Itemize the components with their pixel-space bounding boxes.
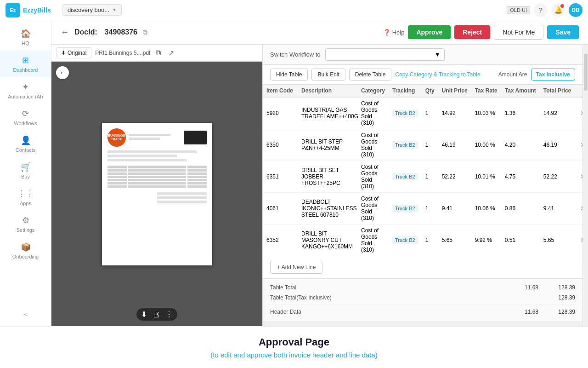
cell-description[interactable]: INDUSTRIAL GAS TRADEFLAME++400G [298, 97, 357, 129]
data-table-wrapper[interactable]: Item Code Description Category Tracking … [263, 85, 582, 322]
avatar-button[interactable]: DB [569, 3, 582, 17]
copy-category-button[interactable]: Copy Category & Tracking to Table [395, 71, 480, 78]
cell-description[interactable]: DRILL BIT MASONRY CUT KANGO++6X160MM [298, 224, 357, 256]
item-code-input[interactable] [266, 237, 294, 243]
old-ui-button[interactable]: OLD UI [507, 6, 530, 14]
pdf-download-button[interactable]: ⬇ [141, 310, 147, 319]
cell-category[interactable]: Cost of Goods Sold (310) [357, 97, 389, 129]
breadcrumb-tab[interactable]: discovery boo... ▼ [62, 4, 122, 16]
help-icon-button[interactable]: ? [534, 3, 548, 17]
item-code-input[interactable] [266, 142, 294, 148]
cell-qty[interactable]: 1 [422, 161, 438, 193]
delete-table-button[interactable]: Delete Table [349, 69, 392, 80]
delete-row-button[interactable]: ✕ [578, 236, 582, 245]
cell-unit-price[interactable]: 5.65 [438, 224, 471, 256]
cell-delete[interactable]: ✕ [575, 97, 582, 129]
cell-tax-rate[interactable]: 9.92 % [471, 224, 501, 256]
cell-total-price[interactable]: 52.22 [540, 161, 575, 193]
copy-icon[interactable]: ⧉ [143, 29, 147, 36]
original-button[interactable]: ⬇ Original [56, 47, 91, 58]
cell-item-code[interactable] [263, 224, 298, 256]
cell-tax-amount[interactable]: 0.51 [501, 224, 540, 256]
delete-row-button[interactable]: ✕ [578, 172, 582, 181]
cell-category[interactable]: Cost of Goods Sold (310) [357, 224, 389, 256]
cell-qty[interactable]: 1 [422, 224, 438, 256]
pdf-copy-button[interactable]: ⧉ [154, 48, 163, 58]
cell-item-code[interactable] [263, 97, 298, 129]
item-code-input[interactable] [266, 173, 294, 180]
cell-tracking[interactable]: Truck B2 [389, 193, 422, 224]
cell-total-price[interactable]: 46.19 [540, 129, 575, 161]
cell-tax-amount[interactable]: 1.36 [501, 97, 540, 129]
delete-row-button[interactable]: ✕ [578, 140, 582, 150]
sidebar-item-onboarding[interactable]: 📦 Onboarding [0, 237, 51, 264]
pdf-more-button[interactable]: ⋮ [165, 310, 173, 319]
back-button[interactable]: ← [61, 28, 69, 37]
cell-tax-rate[interactable]: 10.00 % [471, 129, 501, 161]
cell-tracking[interactable]: Truck B2 [389, 129, 422, 161]
sidebar-item-workflows[interactable]: ⟳ Workflows [0, 104, 51, 131]
reject-button[interactable]: Reject [454, 25, 490, 39]
tax-inclusive-button[interactable]: Tax Inclusive [531, 69, 575, 80]
sidebar-item-buy[interactable]: 🛒 Buy [0, 157, 51, 184]
cell-qty[interactable]: 1 [422, 193, 438, 224]
sidebar-collapse-button[interactable]: « [0, 307, 51, 322]
cell-tracking[interactable]: Truck B2 [389, 224, 422, 256]
cell-tax-rate[interactable]: 10.01 % [471, 161, 501, 193]
item-code-input[interactable] [266, 205, 294, 212]
delete-row-button[interactable]: ✕ [578, 109, 582, 118]
cell-category[interactable]: Cost of Goods Sold (310) [357, 193, 389, 224]
cell-unit-price[interactable]: 14.92 [438, 97, 471, 129]
notifications-button[interactable]: 🔔 [551, 3, 565, 17]
cell-delete[interactable]: ✕ [575, 161, 582, 193]
pdf-external-link-button[interactable]: ↗ [166, 48, 176, 58]
sidebar-item-automation[interactable]: ✦ Automation (AI) [0, 77, 51, 104]
cell-qty[interactable]: 1 [422, 129, 438, 161]
contacts-icon: 👤 [21, 135, 31, 145]
cell-description[interactable]: DRILL BIT SET JOBBER FROST++25PC [298, 161, 357, 193]
cell-category[interactable]: Cost of Goods Sold (310) [357, 161, 389, 193]
approve-button[interactable]: Approve [408, 25, 451, 39]
cell-tax-rate[interactable]: 10.06 % [471, 193, 501, 224]
cell-qty[interactable]: 1 [422, 97, 438, 129]
cell-unit-price[interactable]: 46.19 [438, 129, 471, 161]
bulk-edit-button[interactable]: Bulk Edit [311, 69, 345, 80]
sidebar-item-contacts[interactable]: 👤 Contacts [0, 131, 51, 157]
cell-unit-price[interactable]: 9.41 [438, 193, 471, 224]
cell-tax-rate[interactable]: 10.03 % [471, 97, 501, 129]
sidebar-item-settings[interactable]: ⚙ Settings [0, 211, 51, 237]
cell-tracking[interactable]: Truck B2 [389, 161, 422, 193]
cell-total-price[interactable]: 9.41 [540, 193, 575, 224]
cell-category[interactable]: Cost of Goods Sold (310) [357, 129, 389, 161]
cell-delete[interactable]: ✕ [575, 129, 582, 161]
help-button[interactable]: ❓ Help [383, 29, 405, 36]
pdf-back-overlay-button[interactable]: ← [56, 66, 69, 79]
cell-delete[interactable]: ✕ [575, 224, 582, 256]
cell-item-code[interactable] [263, 193, 298, 224]
item-code-input[interactable] [266, 110, 294, 116]
vertical-scrollbar[interactable] [582, 45, 588, 326]
add-new-line-button[interactable]: + Add New Line [270, 261, 322, 274]
cell-item-code[interactable] [263, 129, 298, 161]
cell-total-price[interactable]: 5.65 [540, 224, 575, 256]
cell-tax-amount[interactable]: 0.86 [501, 193, 540, 224]
cell-tax-amount[interactable]: 4.75 [501, 161, 540, 193]
cell-description[interactable]: DRILL BIT STEP P&N++4-25MM [298, 129, 357, 161]
horizontal-scrollbar[interactable] [263, 322, 582, 326]
cell-total-price[interactable]: 14.92 [540, 97, 575, 129]
cell-tax-amount[interactable]: 4.20 [501, 129, 540, 161]
workflow-select[interactable]: ▼ [325, 48, 445, 61]
cell-unit-price[interactable]: 52.22 [438, 161, 471, 193]
cell-description[interactable]: DEADBOLT IKONIC++STAINLESS STEEL 607810 [298, 193, 357, 224]
sidebar-item-dashboard[interactable]: ⊞ Dashboard [0, 51, 51, 77]
notforme-button[interactable]: Not For Me [494, 25, 543, 40]
save-button[interactable]: Save [547, 25, 579, 39]
hide-table-button[interactable]: Hide Table [270, 69, 308, 80]
cell-tracking[interactable]: Truck B2 [389, 97, 422, 129]
sidebar-item-apps[interactable]: ⋮⋮ Apps [0, 184, 51, 211]
cell-item-code[interactable] [263, 161, 298, 193]
sidebar-item-hq[interactable]: 🏠 HQ [0, 24, 51, 51]
pdf-print-button[interactable]: 🖨 [153, 310, 160, 319]
delete-row-button[interactable]: ✕ [578, 204, 582, 213]
cell-delete[interactable]: ✕ [575, 193, 582, 224]
